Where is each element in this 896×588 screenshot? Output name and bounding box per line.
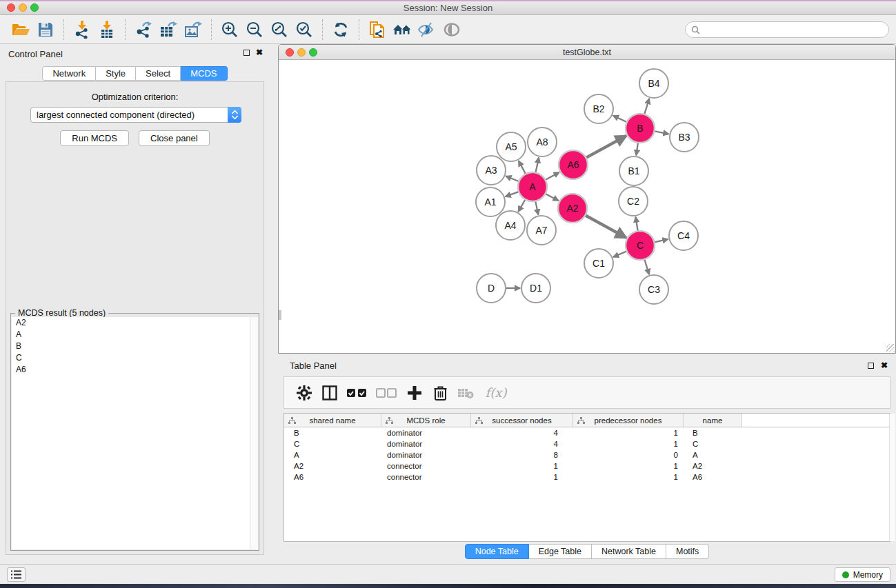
- tab-edge-table[interactable]: Edge Table: [529, 544, 592, 559]
- node-C4[interactable]: C4: [669, 221, 698, 250]
- task-history-button[interactable]: [7, 567, 26, 582]
- mcds-result-item[interactable]: A: [12, 329, 250, 341]
- node-C2[interactable]: C2: [619, 187, 648, 216]
- mcds-result-item[interactable]: A2: [12, 317, 250, 329]
- close-table-panel-icon[interactable]: ✖: [881, 362, 888, 369]
- float-table-panel-icon[interactable]: [868, 363, 874, 369]
- table-cell[interactable]: 1: [471, 460, 573, 472]
- close-panel-button[interactable]: Close panel: [139, 130, 210, 146]
- search-input[interactable]: [704, 25, 888, 34]
- table-cell[interactable]: C: [284, 438, 381, 449]
- table-cell[interactable]: 0: [573, 449, 684, 460]
- edge-C-C4[interactable]: [653, 239, 668, 243]
- delete-column-trash-icon[interactable]: [430, 383, 450, 403]
- node-A1[interactable]: A1: [476, 187, 505, 216]
- table-cell[interactable]: B: [684, 427, 742, 438]
- network-vscroll-thumb[interactable]: [279, 310, 281, 320]
- home-view-icon[interactable]: [390, 18, 415, 41]
- edge-A-A7[interactable]: [535, 200, 539, 215]
- table-cell[interactable]: 1: [573, 438, 684, 449]
- edge-C-C3[interactable]: [644, 258, 649, 274]
- node-B2[interactable]: B2: [584, 94, 613, 123]
- table-cell[interactable]: dominator: [381, 438, 471, 449]
- tab-mcds[interactable]: MCDS: [181, 66, 227, 81]
- export-network-icon[interactable]: [131, 18, 156, 41]
- node-C1[interactable]: C1: [584, 249, 613, 278]
- edge-A-A4[interactable]: [518, 198, 526, 212]
- node-D[interactable]: D: [477, 274, 506, 303]
- column-header-predecessor-nodes[interactable]: predecessor nodes: [573, 414, 684, 427]
- edge-A-A5[interactable]: [519, 161, 526, 175]
- table-cell[interactable]: A: [684, 449, 742, 460]
- node-A6[interactable]: A6: [559, 150, 588, 179]
- mcds-list-scrollbar[interactable]: [250, 317, 258, 549]
- table-cell[interactable]: A2: [284, 460, 381, 472]
- table-settings-gear-icon[interactable]: [294, 383, 315, 403]
- tab-network-table[interactable]: Network Table: [592, 544, 666, 559]
- edge-A-A1[interactable]: [506, 191, 520, 196]
- edge-A-A3[interactable]: [506, 176, 520, 182]
- tab-node-table[interactable]: Node Table: [465, 544, 529, 559]
- edge-B-B4[interactable]: [644, 99, 650, 116]
- table-cell[interactable]: 8: [471, 449, 573, 460]
- close-panel-icon[interactable]: ✖: [256, 49, 263, 56]
- add-column-icon[interactable]: [404, 383, 425, 403]
- zoom-selected-icon[interactable]: [292, 18, 317, 41]
- table-cell[interactable]: connector: [381, 460, 471, 472]
- edge-A-A2[interactable]: [544, 193, 559, 201]
- table-cell[interactable]: 4: [471, 427, 573, 438]
- export-image-icon[interactable]: [181, 18, 206, 41]
- table-row[interactable]: A6connector11A6: [284, 472, 890, 483]
- show-graphics-details-icon[interactable]: [439, 18, 464, 41]
- mcds-result-list[interactable]: A2ABCA6: [12, 317, 250, 549]
- deselect-all-icon[interactable]: [375, 383, 399, 403]
- table-row[interactable]: Cdominator41C: [284, 438, 890, 449]
- node-B4[interactable]: B4: [639, 69, 668, 98]
- node-A3[interactable]: A3: [477, 156, 506, 185]
- node-B3[interactable]: B3: [670, 123, 699, 152]
- node-A8[interactable]: A8: [528, 128, 557, 156]
- column-header-name[interactable]: name: [684, 414, 742, 427]
- edge-A-A6[interactable]: [544, 172, 559, 181]
- node-C3[interactable]: C3: [639, 275, 668, 304]
- node-A4[interactable]: A4: [496, 211, 525, 240]
- table-row[interactable]: Adominator80A: [284, 449, 890, 460]
- browse-columns-icon[interactable]: [319, 383, 340, 403]
- table-cell[interactable]: 1: [573, 472, 684, 483]
- table-cell[interactable]: connector: [381, 472, 471, 483]
- zoom-fit-icon[interactable]: [267, 18, 292, 41]
- network-resize-grip[interactable]: [886, 344, 895, 352]
- node-A[interactable]: A: [518, 172, 547, 201]
- table-cell[interactable]: dominator: [381, 449, 471, 460]
- edge-A6-B[interactable]: [585, 136, 626, 159]
- table-cell[interactable]: A6: [284, 472, 381, 483]
- float-panel-icon[interactable]: [243, 50, 250, 56]
- tab-select[interactable]: Select: [136, 66, 181, 81]
- table-row[interactable]: Bdominator41B: [284, 427, 890, 438]
- import-network-icon[interactable]: [70, 18, 94, 41]
- table-cell[interactable]: 1: [573, 460, 684, 472]
- edge-B-B2[interactable]: [613, 116, 628, 123]
- mcds-result-item[interactable]: A6: [12, 364, 250, 376]
- save-session-icon[interactable]: [33, 18, 58, 41]
- table-cell[interactable]: dominator: [381, 427, 471, 438]
- clone-network-icon[interactable]: [365, 18, 390, 41]
- table-cell[interactable]: A6: [684, 472, 742, 483]
- mcds-result-item[interactable]: C: [12, 352, 250, 364]
- table-cell[interactable]: 4: [471, 438, 573, 449]
- import-table-icon[interactable]: [94, 18, 119, 41]
- node-B[interactable]: B: [626, 114, 655, 143]
- select-all-icon[interactable]: [345, 383, 370, 403]
- table-row[interactable]: A2connector11A2: [284, 460, 890, 472]
- column-header-mcds-role[interactable]: MCDS role: [381, 414, 471, 427]
- edge-A-A8[interactable]: [535, 157, 539, 174]
- edge-C-C1[interactable]: [613, 251, 628, 257]
- table-cell[interactable]: B: [284, 427, 381, 438]
- edge-C-C2[interactable]: [636, 217, 639, 233]
- tab-network[interactable]: Network: [42, 66, 96, 81]
- node-B1[interactable]: B1: [619, 156, 648, 185]
- run-mcds-button[interactable]: Run MCDS: [60, 130, 129, 146]
- node-C[interactable]: C: [626, 231, 655, 260]
- tab-motifs[interactable]: Motifs: [666, 544, 709, 559]
- node-A7[interactable]: A7: [527, 216, 556, 245]
